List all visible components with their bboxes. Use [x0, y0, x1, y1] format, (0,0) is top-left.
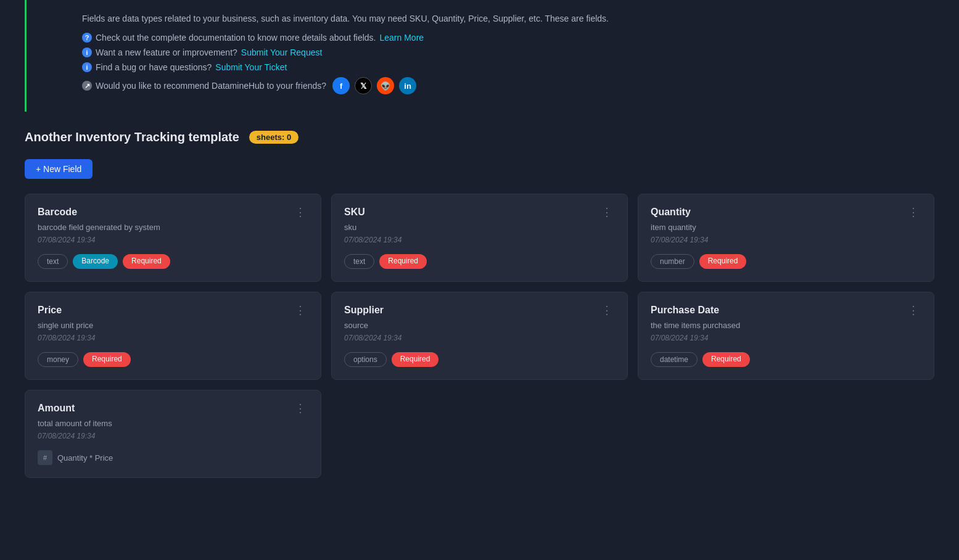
tag-number-quantity: number: [651, 254, 694, 269]
field-date-sku: 07/08/2024 19:34: [344, 236, 615, 244]
page-container: Fields are data types related to your bu…: [0, 0, 959, 503]
field-menu-btn-price[interactable]: ⋮: [292, 305, 308, 316]
field-desc-purchase-date: the time items purchased: [651, 321, 921, 330]
tag-required-price: Required: [83, 352, 131, 367]
field-tags-supplier: options Required: [344, 352, 615, 367]
social-text: Would you like to recommend DatamineHub …: [96, 81, 326, 91]
feature-row: i Want a new feature or improvement? Sub…: [82, 47, 910, 57]
field-date-supplier: 07/08/2024 19:34: [344, 334, 615, 342]
field-date-barcode: 07/08/2024 19:34: [38, 236, 308, 244]
field-date-quantity: 07/08/2024 19:34: [651, 236, 921, 244]
bug-row: i Find a bug or have questions? Submit Y…: [82, 62, 910, 72]
question-icon: ?: [82, 33, 92, 43]
field-name-barcode: Barcode: [38, 207, 77, 218]
field-menu-btn-quantity[interactable]: ⋮: [905, 207, 921, 218]
field-tags-quantity: number Required: [651, 254, 921, 269]
fields-grid-row1: Barcode ⋮ barcode field generated by sys…: [25, 194, 934, 282]
doc-text: Check out the complete documentation to …: [96, 33, 376, 43]
field-card-barcode: Barcode ⋮ barcode field generated by sys…: [25, 194, 321, 282]
formula-text: Quantity * Price: [57, 453, 113, 463]
field-card-supplier: Supplier ⋮ source 07/08/2024 19:34 optio…: [331, 292, 628, 380]
field-card-header-quantity: Quantity ⋮: [651, 207, 921, 218]
linkedin-icon[interactable]: in: [399, 77, 416, 94]
tag-required-barcode: Required: [123, 254, 170, 269]
field-card-header-sku: SKU ⋮: [344, 207, 615, 218]
social-row: ↗ Would you like to recommend DatamineHu…: [82, 77, 910, 94]
info-icon-1: i: [82, 47, 92, 57]
field-card-header-barcode: Barcode ⋮: [38, 207, 308, 218]
field-tags-price: money Required: [38, 352, 308, 367]
tag-text-barcode: text: [38, 254, 68, 269]
sheets-badge: sheets: 0: [249, 131, 298, 144]
twitter-icon[interactable]: 𝕏: [355, 77, 372, 94]
field-menu-btn-amount[interactable]: ⋮: [292, 403, 308, 414]
new-field-button[interactable]: + New Field: [25, 159, 93, 179]
tag-required-supplier: Required: [392, 352, 439, 367]
template-header: Another Inventory Tracking template shee…: [25, 130, 934, 144]
field-card-header-purchase-date: Purchase Date ⋮: [651, 305, 921, 316]
field-date-price: 07/08/2024 19:34: [38, 334, 308, 342]
field-name-amount: Amount: [38, 403, 75, 414]
tag-required-sku: Required: [379, 254, 427, 269]
social-icons: f 𝕏 👽 in: [332, 77, 416, 94]
field-desc-barcode: barcode field generated by system: [38, 223, 308, 232]
field-name-purchase-date: Purchase Date: [651, 305, 719, 316]
field-name-price: Price: [38, 305, 62, 316]
tag-text-sku: text: [344, 254, 374, 269]
field-card-header-price: Price ⋮: [38, 305, 308, 316]
field-card-quantity: Quantity ⋮ item quantity 07/08/2024 19:3…: [638, 194, 934, 282]
field-tags-purchase-date: datetime Required: [651, 352, 921, 367]
template-title: Another Inventory Tracking template: [25, 130, 239, 144]
field-card-price: Price ⋮ single unit price 07/08/2024 19:…: [25, 292, 321, 380]
learn-more-link[interactable]: Learn More: [379, 33, 424, 43]
field-desc-amount: total amount of items: [38, 419, 308, 428]
field-name-sku: SKU: [344, 207, 365, 218]
submit-request-link[interactable]: Submit Your Request: [241, 47, 323, 57]
field-card-sku: SKU ⋮ sku 07/08/2024 19:34 text Required: [331, 194, 628, 282]
tag-options-supplier: options: [344, 352, 387, 367]
tag-money-price: money: [38, 352, 78, 367]
description-text: Fields are data types related to your bu…: [82, 12, 910, 25]
field-tags-barcode: text Barcode Required: [38, 254, 308, 269]
info-section: Fields are data types related to your bu…: [25, 0, 959, 112]
doc-row: ? Check out the complete documentation t…: [82, 33, 910, 43]
tag-required-purchase-date: Required: [702, 352, 750, 367]
field-menu-btn-sku[interactable]: ⋮: [599, 207, 615, 218]
field-desc-price: single unit price: [38, 321, 308, 330]
info-icon-2: i: [82, 62, 92, 72]
reddit-icon[interactable]: 👽: [377, 77, 394, 94]
field-card-purchase-date: Purchase Date ⋮ the time items purchased…: [638, 292, 934, 380]
field-date-amount: 07/08/2024 19:34: [38, 432, 308, 440]
amount-row: Amount ⋮ total amount of items 07/08/202…: [25, 390, 934, 478]
tag-required-quantity: Required: [699, 254, 747, 269]
field-menu-btn-purchase-date[interactable]: ⋮: [905, 305, 921, 316]
field-name-quantity: Quantity: [651, 207, 691, 218]
field-menu-btn-barcode[interactable]: ⋮: [292, 207, 308, 218]
field-desc-sku: sku: [344, 223, 615, 232]
template-section: Another Inventory Tracking template shee…: [0, 130, 959, 478]
formula-icon: #: [38, 450, 52, 465]
bug-text: Find a bug or have questions?: [96, 62, 212, 72]
field-card-header-amount: Amount ⋮: [38, 403, 308, 414]
share-icon: ↗: [82, 81, 92, 91]
field-tags-sku: text Required: [344, 254, 615, 269]
submit-ticket-link[interactable]: Submit Your Ticket: [215, 62, 287, 72]
field-name-supplier: Supplier: [344, 305, 384, 316]
field-menu-btn-supplier[interactable]: ⋮: [599, 305, 615, 316]
field-card-header-supplier: Supplier ⋮: [344, 305, 615, 316]
feature-text: Want a new feature or improvement?: [96, 47, 237, 57]
field-desc-quantity: item quantity: [651, 223, 921, 232]
tag-datetime-purchase-date: datetime: [651, 352, 698, 367]
field-desc-supplier: source: [344, 321, 615, 330]
fields-grid-row2: Price ⋮ single unit price 07/08/2024 19:…: [25, 292, 934, 380]
facebook-icon[interactable]: f: [332, 77, 350, 94]
field-formula-amount: # Quantity * Price: [38, 450, 308, 465]
field-card-amount: Amount ⋮ total amount of items 07/08/202…: [25, 390, 321, 478]
field-date-purchase-date: 07/08/2024 19:34: [651, 334, 921, 342]
tag-barcode-label: Barcode: [73, 254, 118, 269]
